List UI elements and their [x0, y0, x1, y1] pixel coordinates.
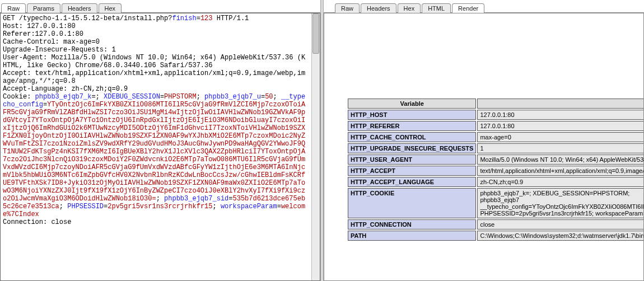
semi: ; — [273, 93, 281, 101]
request-editor: GET /typecho-1.1-15.5.12-beta/install.ph… — [0, 13, 320, 281]
req-param-name: finish — [172, 15, 196, 22]
var-val: zh-CN,zh;q=0.9 — [477, 177, 644, 187]
cookie-val-4: YTyOntzOjc6ImFkYXB0ZXIiO086MTI6IlR5cGVja… — [3, 101, 305, 203]
var-key: HTTP_HOST — [348, 110, 476, 120]
table-row: HTTP_CACHE_CONTROLmax-age=0 — [348, 132, 644, 142]
cookie-key-6: PHPSESSID — [67, 203, 104, 210]
tab-hex[interactable]: Hex — [99, 3, 122, 13]
eq: =; — [91, 93, 104, 101]
eq: = — [160, 93, 164, 101]
hdr-accept-lang: Accept-Language: zh-CN,zh;q=0.9 — [3, 85, 128, 93]
cookie-key-1: phpbb3_ejqb7_k — [35, 93, 92, 101]
tab-resp-render[interactable]: Render — [452, 3, 484, 13]
semi: ; — [156, 195, 160, 203]
table-row: HTTP_UPGRADE_INSECURE_REQUESTS1 — [348, 143, 644, 153]
table-row: HTTP_ACCEPT_LANGUAGEzh-CN,zh;q=0.9 — [348, 177, 644, 187]
req-http-ver: HTTP/1.1 — [212, 15, 249, 22]
response-pane: Raw Headers Hex HTML Render Variable HTT… — [324, 0, 644, 281]
var-val: 127.0.0.1:80 — [477, 121, 644, 131]
var-key: PATH — [348, 231, 476, 241]
var-val: text/html,application/xhtml+xml,applicat… — [477, 166, 644, 176]
response-tabs: Raw Headers Hex HTML Render — [324, 0, 644, 13]
server-vars-table: Variable HTTP_HOST127.0.0.1:80 HTTP_REFE… — [347, 97, 644, 242]
request-tabs: Raw Params Headers Hex — [0, 0, 320, 13]
var-val: 127.0.0.1:80 — [477, 110, 644, 120]
col-value — [477, 99, 644, 109]
var-val: phpbb3_ejqb7_k=; XDEBUG_SESSION=PHPSTORM… — [477, 188, 644, 218]
table-row: HTTP_REFERER127.0.0.1:80 — [348, 121, 644, 131]
var-val: Mozilla/5.0 (Windows NT 10.0; Win64; x64… — [477, 154, 644, 165]
var-val: max-age=0 — [477, 132, 644, 142]
hdr-user-agent: User-Agent: Mozilla/5.0 (Windows NT 10.0… — [3, 54, 305, 69]
table-row: PATHC:\Windows;C:\Windows\system32;d:\wa… — [348, 231, 644, 241]
table-row: HTTP_COOKIEphpbb3_ejqb7_k=; XDEBUG_SESSI… — [348, 188, 644, 218]
hdr-cookie-label: Cookie: — [3, 93, 35, 101]
hdr-accept: Accept: text/html,application/xhtml+xml,… — [3, 69, 305, 85]
var-key: HTTP_UPGRADE_INSECURE_REQUESTS — [348, 143, 476, 153]
tab-resp-raw[interactable]: Raw — [335, 3, 360, 13]
request-text[interactable]: GET /typecho-1.1-15.5.12-beta/install.ph… — [1, 13, 311, 280]
hdr-referer: Referer:127.0.0.1:80 — [3, 30, 83, 38]
cookie-key-5: phpbb3_ejqb7_sid — [164, 195, 228, 203]
table-row: HTTP_HOST127.0.0.1:80 — [348, 110, 644, 120]
tab-params[interactable]: Params — [27, 3, 60, 13]
semi: ; — [197, 93, 204, 101]
table-row: HTTP_CONNECTIONclose — [348, 219, 644, 230]
table-row: HTTP_USER_AGENTMozilla/5.0 (Windows NT 1… — [348, 154, 644, 165]
tab-headers[interactable]: Headers — [62, 3, 97, 13]
var-val: 1 — [477, 143, 644, 153]
var-val: C:\Windows;C:\Windows\system32;d:\watmse… — [477, 231, 644, 241]
var-key: HTTP_CACHE_CONTROL — [348, 132, 476, 142]
hdr-cache: Cache-Control: max-age=0 — [3, 38, 100, 46]
var-key: HTTP_ACCEPT — [348, 166, 476, 176]
var-key: HTTP_COOKIE — [348, 188, 476, 218]
burp-split-view: Raw Params Headers Hex GET /typecho-1.1-… — [0, 0, 644, 281]
cookie-val-3: 50 — [265, 93, 273, 101]
tab-resp-hex[interactable]: Hex — [398, 3, 421, 13]
request-scrollbar[interactable] — [311, 13, 320, 280]
col-variable: Variable — [348, 99, 476, 109]
var-key: HTTP_REFERER — [348, 121, 476, 131]
cookie-key-3: phpbb3_ejqb7_u — [204, 93, 261, 101]
tab-resp-html[interactable]: HTML — [422, 3, 451, 13]
cookie-val-6: 2pv5gri5vsr1ns3rcrjrhkfr15 — [108, 203, 212, 210]
tab-raw[interactable]: Raw — [1, 3, 26, 13]
table-row: HTTP_ACCEPTtext/html,application/xhtml+x… — [348, 166, 644, 176]
request-pane: Raw Params Headers Hex GET /typecho-1.1-… — [0, 0, 320, 281]
tab-resp-headers[interactable]: Headers — [361, 3, 396, 13]
response-render[interactable]: Variable HTTP_HOST127.0.0.1:80 HTTP_REFE… — [324, 13, 644, 281]
eq: = — [197, 15, 200, 22]
req-param-value: 123 — [200, 15, 213, 22]
var-key: HTTP_ACCEPT_LANGUAGE — [348, 177, 476, 187]
hdr-connection: Connection: close — [3, 218, 71, 226]
var-key: HTTP_USER_AGENT — [348, 154, 476, 165]
hdr-upgrade: Upgrade-Insecure-Requests: 1 — [3, 46, 116, 54]
req-line-method: GET /typecho-1.1-15.5.12-beta/install.ph… — [3, 15, 172, 22]
var-key: HTTP_CONNECTION — [348, 219, 476, 230]
var-val: close — [477, 219, 644, 230]
cookie-key-7: workspaceParam — [221, 203, 277, 210]
eq: = — [277, 203, 281, 210]
semi: ; — [59, 203, 67, 210]
cookie-val-2: PHPSTORM — [164, 93, 197, 101]
scrollbar-thumb[interactable] — [312, 13, 319, 54]
hdr-host: Host: 127.0.0.1:80 — [3, 22, 76, 30]
table-head-row: Variable — [348, 99, 644, 109]
semi: ; — [212, 203, 220, 210]
cookie-key-2: XDEBUG_SESSION — [104, 93, 160, 101]
